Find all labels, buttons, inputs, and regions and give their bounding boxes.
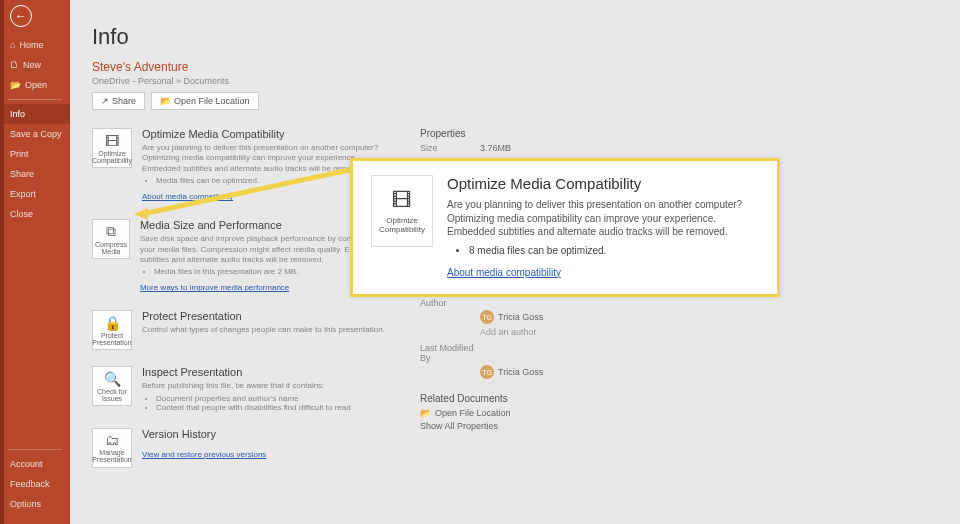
related-documents-heading: Related Documents	[420, 393, 938, 404]
media-performance-link[interactable]: More ways to improve media performance	[140, 283, 289, 292]
sidebar-item-home[interactable]: ⌂Home	[0, 35, 70, 55]
folder-icon: 📂	[420, 408, 431, 418]
sidebar-item-export[interactable]: Export	[0, 184, 70, 204]
manage-presentation-button[interactable]: 🗂 Manage Presentation	[92, 428, 132, 468]
sidebar-item-print[interactable]: Print	[0, 144, 70, 164]
protect-presentation-button[interactable]: 🔒 Protect Presentation	[92, 310, 132, 350]
section-version: 🗂 Manage Presentation Version History Vi…	[92, 428, 392, 468]
open-icon: 📂	[10, 80, 21, 90]
backstage-sidebar: ← ⌂Home 🗋New 📂Open Info Save a Copy Prin…	[0, 0, 70, 524]
sidebar-item-open[interactable]: 📂Open	[0, 75, 70, 95]
section-heading: Optimize Media Compatibility	[142, 128, 392, 140]
callout-optimize: 🎞 Optimize Compatibility Optimize Media …	[350, 158, 780, 297]
last-modified-label: Last Modified By	[420, 343, 480, 363]
compress-media-button[interactable]: ⧉ Compress Media	[92, 219, 130, 259]
section-inspect: 🔍 Check for Issues Inspect Presentation …	[92, 366, 392, 411]
sidebar-item-new[interactable]: 🗋New	[0, 55, 70, 75]
callout-body-text: Are you planning to deliver this present…	[447, 198, 759, 239]
optimize-compatibility-button[interactable]: 🎞 Optimize Compatibility	[92, 128, 132, 168]
lock-icon: 🔒	[104, 315, 121, 331]
doc-title: Steve's Adventure	[92, 60, 938, 74]
sidebar-item-info[interactable]: Info	[0, 104, 70, 124]
inspect-icon: 🔍	[104, 371, 121, 387]
section-desc: Control what types of changes people can…	[142, 325, 385, 335]
section-optimize: 🎞 Optimize Compatibility Optimize Media …	[92, 128, 392, 203]
sidebar-item-account[interactable]: Account	[0, 454, 70, 474]
section-heading: Version History	[142, 428, 266, 440]
page-title: Info	[92, 24, 938, 50]
prop-size-label: Size	[420, 143, 480, 153]
compress-icon: ⧉	[106, 223, 116, 240]
version-history-link[interactable]: View and restore previous versions	[142, 450, 266, 459]
film-icon: 🎞	[105, 133, 119, 149]
section-heading: Protect Presentation	[142, 310, 385, 322]
sidebar-item-save-copy[interactable]: Save a Copy	[0, 124, 70, 144]
sidebar-item-feedback[interactable]: Feedback	[0, 474, 70, 494]
check-issues-button[interactable]: 🔍 Check for Issues	[92, 366, 132, 406]
new-icon: 🗋	[10, 60, 19, 70]
back-button[interactable]: ←	[10, 5, 32, 27]
about-media-compat-link[interactable]: About media compatibility	[142, 192, 233, 201]
share-button[interactable]: ↗ Share	[92, 92, 145, 110]
avatar: TG	[480, 310, 494, 324]
home-icon: ⌂	[10, 40, 15, 50]
section-protect: 🔒 Protect Presentation Protect Presentat…	[92, 310, 392, 350]
doc-path: OneDrive - Personal » Documents	[92, 76, 938, 86]
sidebar-item-share[interactable]: Share	[0, 164, 70, 184]
callout-bullet: 8 media files can be optimized.	[469, 245, 759, 256]
sidebar-item-close[interactable]: Close	[0, 204, 70, 224]
open-file-location-link[interactable]: 📂Open File Location	[420, 408, 938, 418]
section-media-size: ⧉ Compress Media Media Size and Performa…	[92, 219, 392, 294]
section-heading: Inspect Presentation	[142, 366, 351, 378]
author-person[interactable]: TGTricia Goss	[420, 310, 938, 324]
prop-size-value: 3.76MB	[480, 143, 511, 153]
sidebar-item-options[interactable]: Options	[0, 494, 70, 514]
properties-heading: Properties	[420, 128, 938, 139]
show-all-properties-link[interactable]: Show All Properties	[420, 421, 938, 431]
back-arrow-icon: ←	[15, 9, 27, 23]
callout-about-link[interactable]: About media compatibility	[447, 267, 561, 278]
last-modified-person: TGTricia Goss	[420, 365, 938, 379]
add-author-link[interactable]: Add an author	[420, 327, 938, 337]
callout-optimize-button[interactable]: 🎞 Optimize Compatibility	[371, 175, 433, 247]
history-icon: 🗂	[105, 432, 119, 448]
open-file-location-button[interactable]: 📂 Open File Location	[151, 92, 259, 110]
author-label: Author	[420, 298, 480, 308]
section-desc: Before publishing this file, be aware th…	[142, 381, 351, 391]
callout-heading: Optimize Media Compatibility	[447, 175, 759, 192]
avatar: TG	[480, 365, 494, 379]
film-icon: 🎞	[392, 189, 412, 212]
